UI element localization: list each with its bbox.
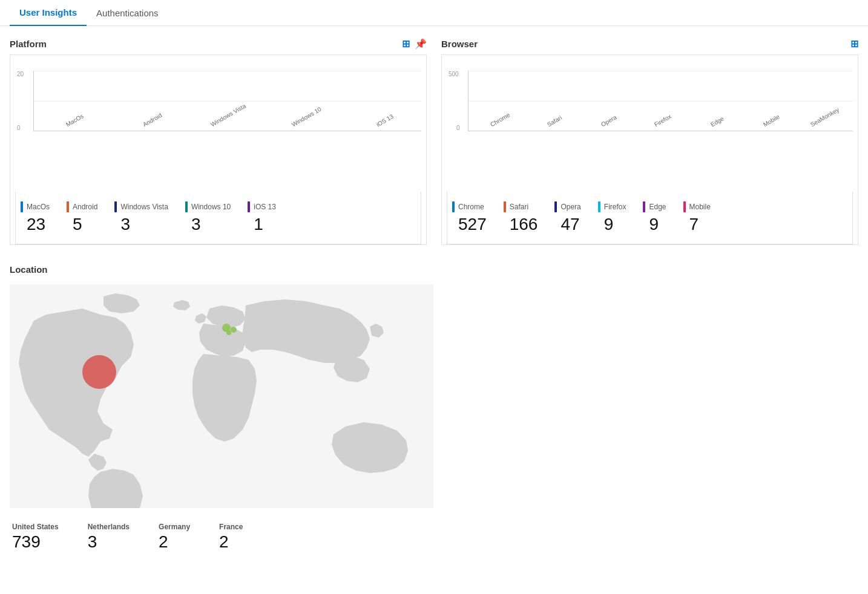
browser-chart-container: 500 0 Chrome: [441, 54, 858, 245]
bar-group-chrome: Chrome: [475, 121, 522, 131]
platform-stat-android: Android 5: [67, 201, 97, 234]
bar-label-mobile: Mobile: [758, 113, 781, 130]
browser-stat-mobile: Mobile 7: [683, 201, 711, 234]
platform-title-text: Platform: [10, 39, 47, 49]
browser-stat-opera-value: 47: [554, 215, 580, 234]
browser-stat-safari-label: Safari: [510, 203, 528, 211]
browser-stat-firefox-value: 9: [598, 215, 626, 234]
browser-stat-opera-label: Opera: [561, 203, 580, 211]
bar-label-firefox: Firefox: [649, 113, 672, 131]
platform-bar-chart: 20 0 MacOs: [15, 65, 421, 162]
browser-stat-chrome: Chrome 527: [452, 201, 487, 234]
loc-value-fr: 2: [219, 532, 243, 552]
browser-panel-title: Browser ⊞: [441, 38, 858, 50]
bar-group-firefox: Firefox: [637, 121, 685, 131]
bar-label-opera: Opera: [596, 114, 618, 130]
map-dot-europe3: [226, 330, 231, 335]
bar-label-seamonkey: SeaMonkey: [805, 106, 840, 131]
platform-stat-macos-value: 23: [21, 215, 50, 234]
bar-group-seamonkey: SeaMonkey: [800, 121, 847, 131]
platform-panel-title: Platform ⊞ 📌: [10, 38, 427, 50]
browser-stat-safari-indicator: [504, 201, 506, 212]
bar-label-win10: Windows 10: [286, 106, 323, 131]
platform-stat-macos-label: MacOs: [27, 203, 50, 211]
browser-chart-icon[interactable]: ⊞: [850, 38, 858, 50]
platform-panel-icons: ⊞ 📌: [402, 38, 427, 50]
platform-pin-icon[interactable]: 📌: [415, 38, 427, 50]
bar-label-safari: Safari: [542, 114, 563, 131]
browser-stats-row: Chrome 527 Safari 166: [447, 192, 853, 244]
browser-panel: Browser ⊞ 500 0: [441, 38, 858, 245]
world-map-container: [10, 284, 433, 508]
loc-value-nl: 3: [88, 532, 130, 552]
loc-item-fr: France 2: [219, 523, 243, 552]
loc-value-us: 739: [12, 532, 59, 552]
browser-stat-mobile-value: 7: [683, 215, 711, 234]
browser-stat-edge-value: 9: [643, 215, 666, 234]
browser-stat-edge-indicator: [643, 201, 645, 212]
browser-stat-firefox-indicator: [598, 201, 600, 212]
bar-group-ios13: iOS 13: [350, 121, 415, 131]
platform-stat-winvista-indicator: [114, 201, 117, 212]
platform-stat-winvista-value: 3: [114, 215, 168, 234]
tab-user-insights[interactable]: User Insights: [10, 0, 87, 26]
browser-stat-mobile-label: Mobile: [689, 203, 711, 211]
platform-stat-win10-value: 3: [185, 215, 231, 234]
platform-chart-icon[interactable]: ⊞: [402, 38, 410, 50]
bar-label-edge: Edge: [705, 115, 725, 130]
browser-stat-chrome-value: 527: [452, 215, 487, 234]
platform-stat-win10: Windows 10 3: [185, 201, 231, 234]
browser-stat-firefox-label: Firefox: [604, 203, 626, 211]
platform-stat-winvista: Windows Vista 3: [114, 201, 168, 234]
tab-bar: User Insights Authentications: [0, 0, 868, 26]
bar-group-android: Android: [117, 121, 183, 131]
browser-stat-opera-indicator: [554, 201, 557, 212]
platform-stat-win10-indicator: [185, 201, 188, 212]
loc-item-us: United States 739: [12, 523, 59, 552]
bar-label-macos: MacOs: [61, 113, 85, 130]
loc-item-nl: Netherlands 3: [88, 523, 130, 552]
browser-stat-chrome-label: Chrome: [458, 203, 484, 211]
platform-chart-container: 20 0 MacOs: [10, 54, 427, 245]
platform-panel: Platform ⊞ 📌 20 0: [10, 38, 427, 245]
platform-stat-android-indicator: [67, 201, 69, 212]
top-row: Platform ⊞ 📌 20 0: [10, 38, 858, 245]
tab-authentications[interactable]: Authentications: [87, 1, 168, 25]
browser-stat-edge-label: Edge: [649, 203, 666, 211]
location-stats: United States 739 Netherlands 3 Germany …: [10, 523, 858, 552]
bar-group-macos: MacOs: [40, 121, 105, 131]
browser-stat-safari: Safari 166: [504, 201, 538, 234]
bar-group-safari: Safari: [529, 121, 576, 131]
platform-stat-ios13-label: iOS 13: [254, 203, 276, 211]
bar-label-ios13: iOS 13: [371, 113, 395, 131]
browser-stat-mobile-indicator: [683, 201, 686, 212]
location-title: Location: [10, 264, 858, 275]
browser-stat-opera: Opera 47: [554, 201, 580, 234]
loc-country-nl: Netherlands: [88, 523, 130, 531]
platform-stat-android-value: 5: [67, 215, 97, 234]
browser-title-text: Browser: [441, 39, 478, 49]
bar-group-winvista: Windows Vista: [195, 121, 260, 131]
bar-label-winvista: Windows Vista: [205, 102, 247, 130]
bar-group-opera: Opera: [583, 121, 630, 131]
platform-stats-row: MacOs 23 Android 5 Win: [15, 192, 421, 244]
bar-group-mobile: Mobile: [746, 121, 793, 131]
browser-panel-icons: ⊞: [850, 38, 858, 50]
platform-stat-ios13-indicator: [248, 201, 250, 212]
bar-label-android: Android: [137, 112, 163, 131]
platform-stat-android-label: Android: [73, 203, 97, 211]
main-content: Platform ⊞ 📌 20 0: [0, 26, 868, 564]
map-dot-usa: [82, 355, 116, 389]
loc-value-de: 2: [159, 532, 190, 552]
platform-stat-macos: MacOs 23: [21, 201, 50, 234]
browser-bar-chart: 500 0 Chrome: [447, 65, 853, 162]
loc-item-de: Germany 2: [159, 523, 190, 552]
loc-country-fr: France: [219, 523, 243, 531]
bar-group-win10: Windows 10: [272, 121, 338, 131]
loc-country-us: United States: [12, 523, 59, 531]
world-map-svg: [10, 284, 433, 508]
browser-stat-firefox: Firefox 9: [598, 201, 626, 234]
browser-stat-chrome-indicator: [452, 201, 455, 212]
loc-country-de: Germany: [159, 523, 190, 531]
platform-stat-ios13-value: 1: [248, 215, 276, 234]
